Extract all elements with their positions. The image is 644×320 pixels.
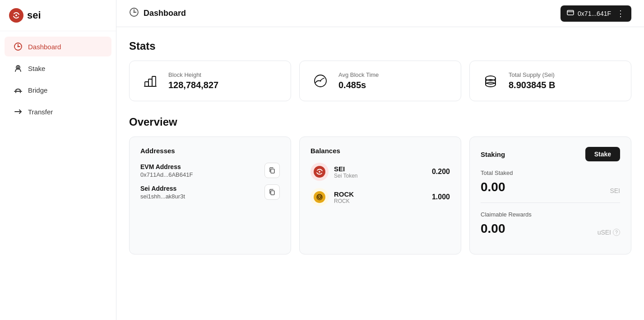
sei-token-info: SEI Sei Token — [310, 163, 357, 181]
sei-logo-icon — [9, 8, 23, 23]
staking-divider — [481, 202, 620, 203]
addresses-card-title: Addresses — [140, 147, 280, 155]
sidebar: sei Dashboard St — [0, 0, 116, 320]
evm-address-info: EVM Address 0x711Ad...6AB641F — [140, 163, 193, 178]
sei-address-info: Sei Address sei1shh...ak8ur3t — [140, 185, 185, 200]
sidebar-item-stake[interactable]: Stake — [5, 58, 111, 78]
stat-card-block-height: Block Height 128,784,827 — [129, 61, 291, 101]
sidebar-item-dashboard[interactable]: Dashboard — [5, 37, 111, 56]
sidebar-item-bridge[interactable]: Bridge — [5, 80, 111, 100]
rock-token-details: ROCK ROCK — [334, 190, 354, 204]
sei-token-details: SEI Sei Token — [334, 165, 357, 179]
overview-cards-row: Addresses EVM Address 0x711Ad...6AB641F — [129, 136, 631, 254]
svg-point-18 — [486, 82, 496, 87]
overview-title: Overview — [129, 116, 631, 128]
balance-row-rock: ROCK ROCK 1.000 — [310, 188, 450, 206]
stake-icon — [14, 64, 23, 73]
wallet-badge[interactable]: 0x71...641F ⋮ — [561, 5, 631, 22]
svg-rect-19 — [271, 169, 274, 173]
svg-point-22 — [319, 171, 320, 173]
content-area: Stats Block Height 128,784,827 — [116, 27, 644, 267]
sidebar-item-transfer-label: Transfer — [28, 108, 53, 116]
stat-card-avg-block-time: Avg Block Time 0.485s — [299, 61, 461, 101]
svg-rect-20 — [271, 191, 274, 195]
brand-name: sei — [27, 9, 41, 21]
total-staked-row: 0.00 SEI — [481, 180, 620, 194]
stat-avg-block-time-label: Avg Block Time — [338, 71, 379, 78]
stat-total-supply-value: 8.903845 B — [509, 80, 555, 90]
evm-address-row: EVM Address 0x711Ad...6AB641F — [140, 163, 280, 178]
sidebar-item-transfer[interactable]: Transfer — [5, 102, 111, 122]
wallet-address: 0x71...641F — [578, 10, 611, 17]
svg-point-3 — [18, 46, 19, 47]
staking-card: Staking Stake Total Staked 0.00 SEI Clai… — [469, 136, 631, 254]
svg-point-5 — [18, 67, 19, 68]
sei-address-value: sei1shh...ak8ur3t — [140, 193, 185, 200]
sei-address-row: Sei Address sei1shh...ak8ur3t — [140, 184, 280, 200]
sei-token-name: SEI — [334, 165, 357, 173]
sei-token-icon — [310, 163, 329, 181]
rock-token-sub: ROCK — [334, 198, 354, 204]
stats-section: Stats Block Height 128,784,827 — [129, 40, 631, 101]
claimable-value: 0.00 — [481, 221, 505, 236]
sei-token-sub: Sei Token — [334, 173, 357, 179]
staking-card-title: Staking — [481, 151, 505, 158]
claimable-section: Claimable Rewards 0.00 uSEI ? — [481, 211, 620, 236]
dashboard-icon — [14, 42, 23, 51]
overview-section: Overview Addresses EVM Address 0x711Ad..… — [129, 116, 631, 254]
stats-cards-row: Block Height 128,784,827 — [129, 61, 631, 101]
wallet-menu-dots[interactable]: ⋮ — [616, 9, 625, 19]
addresses-card: Addresses EVM Address 0x711Ad...6AB641F — [129, 136, 291, 254]
sidebar-logo: sei — [0, 0, 116, 31]
sei-balance-amount: 0.200 — [432, 168, 450, 176]
main-content: Dashboard 0x71...641F ⋮ Stats — [116, 0, 644, 320]
page-title: Dashboard — [144, 9, 186, 18]
usei-info-icon[interactable]: ? — [613, 229, 620, 236]
svg-point-9 — [134, 12, 135, 13]
evm-address-label: EVM Address — [140, 163, 193, 170]
rock-token-info: ROCK ROCK — [310, 188, 354, 206]
rock-balance-amount: 1.000 — [432, 193, 450, 201]
sidebar-nav: Dashboard Stake B — [0, 31, 116, 127]
balances-card: Balances — [299, 136, 461, 254]
block-height-icon — [140, 71, 160, 91]
stats-title: Stats — [129, 40, 631, 52]
topbar: Dashboard 0x71...641F ⋮ — [116, 0, 644, 27]
dashboard-title-icon — [129, 7, 139, 19]
svg-point-15 — [320, 80, 321, 82]
sei-address-label: Sei Address — [140, 185, 185, 192]
svg-rect-10 — [567, 10, 574, 15]
svg-rect-11 — [145, 82, 148, 86]
total-supply-icon — [481, 71, 500, 91]
usei-info: uSEI ? — [598, 229, 620, 236]
stat-total-supply-label: Total Supply (Sei) — [509, 71, 555, 78]
wallet-card-icon — [567, 9, 574, 18]
svg-point-23 — [314, 191, 325, 203]
evm-address-value: 0x711Ad...6AB641F — [140, 171, 193, 178]
usei-unit: uSEI — [598, 229, 611, 236]
claimable-label: Claimable Rewards — [481, 211, 620, 218]
total-staked-section: Total Staked 0.00 SEI — [481, 169, 620, 194]
svg-rect-12 — [148, 79, 152, 86]
stat-block-height-info: Block Height 128,784,827 — [168, 71, 218, 90]
svg-point-1 — [15, 14, 17, 16]
rock-token-name: ROCK — [334, 190, 354, 198]
bridge-icon — [14, 85, 23, 94]
claimable-row: 0.00 uSEI ? — [481, 221, 620, 236]
avg-block-time-icon — [310, 71, 330, 91]
total-staked-value: 0.00 — [481, 180, 505, 194]
stat-card-total-supply: Total Supply (Sei) 8.903845 B — [469, 61, 631, 101]
total-staked-label: Total Staked — [481, 169, 620, 176]
svg-rect-13 — [152, 76, 156, 86]
balance-row-sei: SEI Sei Token 0.200 — [310, 163, 450, 181]
stat-total-supply-info: Total Supply (Sei) 8.903845 B — [509, 71, 555, 90]
stat-avg-block-time-value: 0.485s — [338, 80, 379, 90]
sidebar-item-dashboard-label: Dashboard — [28, 43, 61, 51]
transfer-icon — [14, 107, 23, 116]
sidebar-item-bridge-label: Bridge — [28, 86, 47, 94]
stake-button[interactable]: Stake — [585, 147, 620, 161]
copy-sei-button[interactable] — [264, 184, 280, 200]
sidebar-item-stake-label: Stake — [28, 65, 45, 72]
copy-evm-button[interactable] — [264, 163, 280, 178]
total-staked-unit: SEI — [610, 187, 620, 194]
